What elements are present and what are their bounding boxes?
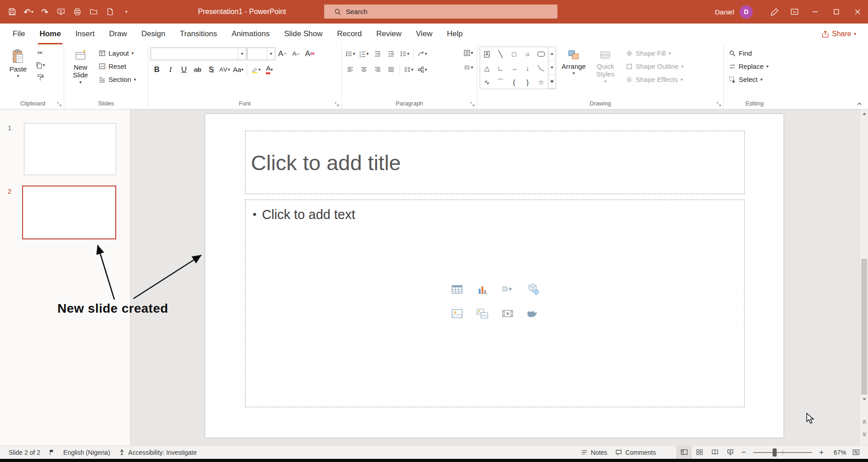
font-size-combobox[interactable]: ▾ <box>247 48 275 60</box>
shape-arrow-right[interactable]: → <box>507 61 521 75</box>
save-button[interactable] <box>5 4 20 20</box>
find-button[interactable]: Find <box>726 47 771 60</box>
section-button[interactable]: Section ▾ <box>96 73 139 86</box>
increase-indent-button[interactable] <box>385 48 397 60</box>
align-right-button[interactable] <box>371 63 384 76</box>
open-button[interactable] <box>86 4 101 20</box>
font-color-button[interactable]: A ▾ <box>263 63 276 76</box>
new-document-button[interactable] <box>102 4 118 20</box>
strikethrough-button[interactable]: ab <box>191 63 204 76</box>
tab-view[interactable]: View <box>409 24 440 44</box>
comments-button[interactable]: Comments <box>611 446 660 459</box>
shape-effects-button[interactable]: Shape Effects ▾ <box>623 73 686 86</box>
insert-table-icon[interactable] <box>450 282 464 296</box>
drawing-dialog-launcher[interactable] <box>717 102 722 107</box>
zoom-out-button[interactable]: − <box>738 446 750 459</box>
text-orientation-button[interactable]: ▾ <box>462 61 475 74</box>
zoom-in-button[interactable]: + <box>816 446 827 459</box>
align-left-button[interactable] <box>344 63 357 76</box>
quick-styles-button[interactable]: Quick Styles ▾ <box>591 47 619 84</box>
shape-textbox[interactable]: A <box>480 47 494 61</box>
minimize-button[interactable] <box>804 0 826 24</box>
tab-help[interactable]: Help <box>440 24 470 44</box>
shape-star[interactable]: ☆ <box>534 75 548 89</box>
insert-stock-image-icon[interactable] <box>476 307 489 320</box>
format-painter-button[interactable] <box>33 71 47 83</box>
highlight-color-button[interactable]: ▾ <box>250 63 262 76</box>
insert-video-icon[interactable] <box>501 307 514 320</box>
shapes-scroll-down-button[interactable] <box>548 61 556 75</box>
shape-oval[interactable]: ○ <box>521 47 534 61</box>
italic-button[interactable]: I <box>164 63 177 76</box>
paste-button[interactable]: Paste ▾ <box>4 47 32 78</box>
change-case-button[interactable]: Aa▾ <box>232 63 245 76</box>
shapes-more-button[interactable] <box>548 75 556 89</box>
copy-button[interactable]: ▾ <box>33 59 47 71</box>
font-dialog-launcher[interactable] <box>335 102 340 107</box>
increase-font-size-button[interactable]: A <box>276 48 289 60</box>
scroll-down-button[interactable] <box>860 395 868 404</box>
redo-button[interactable]: ↷ <box>37 4 52 20</box>
shape-outline-button[interactable]: Shape Outline ▾ <box>623 60 686 73</box>
character-spacing-button[interactable]: AV▾ <box>218 63 231 76</box>
shape-left-brace[interactable]: { <box>507 75 521 89</box>
insert-3d-model-icon[interactable] <box>526 282 540 296</box>
tab-animations[interactable]: Animations <box>224 24 277 44</box>
text-direction-button[interactable]: ▾ <box>416 48 429 60</box>
paragraph-dialog-launcher[interactable] <box>470 102 475 107</box>
shape-rounded-rectangle[interactable] <box>534 47 548 61</box>
shape-right-brace[interactable]: } <box>521 75 534 89</box>
shape-fill-button[interactable]: Shape Fill ▾ <box>623 47 686 60</box>
ink-pen-button[interactable] <box>764 0 784 24</box>
justify-button[interactable] <box>385 63 397 76</box>
slide-canvas[interactable]: Click to add title •Click to add text <box>205 114 783 438</box>
share-button[interactable]: Share ▾ <box>818 27 860 41</box>
vertical-scrollbar[interactable] <box>859 110 868 445</box>
clear-formatting-button[interactable]: A <box>303 48 316 60</box>
zoom-slider[interactable] <box>753 452 812 453</box>
insert-chart-icon[interactable] <box>476 282 489 296</box>
align-text-button[interactable]: ▾ <box>462 47 475 59</box>
slide-indicator[interactable]: Slide 2 of 2 <box>5 446 44 459</box>
user-avatar[interactable]: D <box>740 5 753 19</box>
reading-view-button[interactable] <box>707 446 722 459</box>
bullets-button[interactable]: ▾ <box>344 48 357 60</box>
fit-to-window-button[interactable] <box>848 446 863 459</box>
slide-2-thumbnail[interactable] <box>22 186 116 239</box>
tab-review[interactable]: Review <box>369 24 409 44</box>
insert-picture-icon[interactable] <box>450 307 464 320</box>
customize-qat-button[interactable]: ▾ <box>118 4 134 20</box>
scrollbar-thumb[interactable] <box>861 259 867 395</box>
shape-arc[interactable]: ⌒ <box>494 75 507 89</box>
zoom-level-button[interactable]: 67% <box>827 449 848 456</box>
convert-to-smartart-button[interactable]: ▾ <box>416 63 429 76</box>
undo-button[interactable]: ↶▾ <box>21 4 36 20</box>
zoom-slider-thumb[interactable] <box>773 448 777 457</box>
tab-record[interactable]: Record <box>330 24 369 44</box>
notes-button[interactable]: Notes <box>577 446 612 459</box>
slideshow-view-button[interactable] <box>722 446 738 459</box>
font-name-combobox[interactable]: ▾ <box>151 48 246 60</box>
shape-triangle[interactable]: △ <box>480 61 494 75</box>
underline-button[interactable]: U <box>178 63 190 76</box>
content-placeholder[interactable]: •Click to add text <box>245 200 745 407</box>
quick-print-button[interactable] <box>70 4 85 20</box>
shape-arrow-down[interactable]: ↓ <box>521 61 534 75</box>
collapse-ribbon-button[interactable] <box>856 101 863 106</box>
tab-slide-show[interactable]: Slide Show <box>277 24 330 44</box>
language-button[interactable]: English (Nigeria) <box>59 446 114 459</box>
tab-design[interactable]: Design <box>134 24 173 44</box>
next-slide-button[interactable] <box>860 429 868 440</box>
maximize-button[interactable] <box>826 0 847 24</box>
tab-draw[interactable]: Draw <box>102 24 134 44</box>
tab-insert[interactable]: Insert <box>68 24 102 44</box>
text-shadow-button[interactable]: S <box>205 63 217 76</box>
shapes-scroll-up-button[interactable] <box>548 47 556 61</box>
search-box[interactable]: Search <box>324 5 557 19</box>
insert-icons-icon[interactable] <box>526 307 540 320</box>
tab-file[interactable]: File <box>5 24 32 44</box>
shape-curve[interactable] <box>534 61 548 75</box>
tab-home[interactable]: Home <box>32 24 68 44</box>
spell-check-button[interactable] <box>44 446 59 459</box>
shape-rectangle[interactable]: □ <box>507 47 521 61</box>
